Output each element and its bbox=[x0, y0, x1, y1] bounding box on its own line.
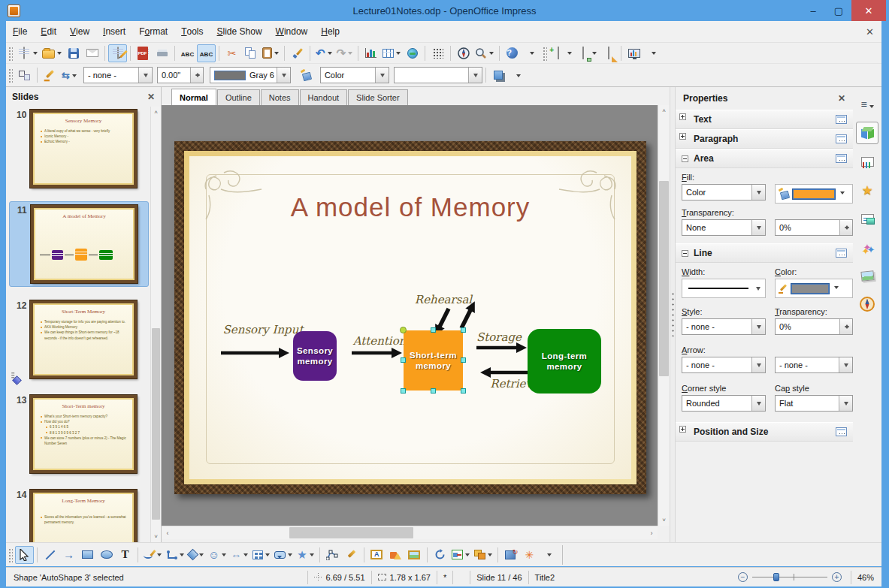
label-storage[interactable]: Storage bbox=[469, 330, 529, 344]
email-button[interactable] bbox=[83, 44, 101, 62]
standard-toolbar-overflow[interactable] bbox=[522, 44, 540, 62]
section-area[interactable]: Area bbox=[676, 149, 853, 168]
document-close-icon[interactable]: ✕ bbox=[866, 26, 874, 38]
area-fill-type-select[interactable]: Color bbox=[682, 184, 766, 201]
zoom-in-button[interactable]: + bbox=[832, 572, 842, 582]
arrow-line-tool[interactable]: → bbox=[59, 546, 78, 564]
section-paragraph[interactable]: Paragraph bbox=[676, 129, 853, 149]
main-vertical-scrollbar[interactable]: ˄ ˅ bbox=[658, 105, 670, 526]
selection-handle[interactable] bbox=[461, 357, 466, 363]
expand-icon[interactable] bbox=[679, 113, 686, 120]
line-color-picker[interactable] bbox=[775, 279, 853, 298]
arrow-begin-select[interactable]: - none - bbox=[682, 357, 766, 373]
redo-button[interactable]: ↷ bbox=[334, 44, 355, 62]
collapse-icon[interactable] bbox=[682, 155, 688, 162]
line-tool[interactable] bbox=[41, 546, 59, 564]
arrow-style-button[interactable]: ⇆ bbox=[59, 66, 79, 84]
section-line[interactable]: Line bbox=[676, 243, 853, 263]
titlebar[interactable]: Lecture01Notes.odp - OpenOffice Impress … bbox=[0, 0, 889, 21]
fill-color-select[interactable] bbox=[394, 67, 482, 83]
area-dialog-launcher-icon[interactable] bbox=[836, 154, 847, 163]
sensory-memory-box[interactable]: Sensory memory bbox=[293, 331, 337, 381]
slide-item-11-selected[interactable]: 11 A model of Memory bbox=[9, 201, 149, 287]
slide-item-13[interactable]: 13 Short-Term memory What's your Short-t… bbox=[9, 392, 149, 476]
line-color-select[interactable]: Gray 6 bbox=[210, 67, 291, 83]
connector-tool[interactable] bbox=[164, 546, 186, 564]
tab-outline[interactable]: Outline bbox=[217, 89, 260, 105]
toolbar-grip[interactable] bbox=[8, 68, 13, 83]
scroll-up-icon[interactable]: ˄ bbox=[151, 107, 161, 118]
spellcheck-button[interactable]: ABC✓ bbox=[178, 44, 197, 62]
drawing-toolbar-overflow[interactable] bbox=[539, 546, 558, 564]
sidebar-tab-custom-animation[interactable]: ★ bbox=[856, 179, 878, 201]
selection-handle[interactable] bbox=[431, 327, 436, 333]
label-rehearsal[interactable]: Rehearsal bbox=[406, 293, 481, 306]
line-dialog-launcher-icon[interactable] bbox=[836, 249, 847, 258]
start-slideshow-button[interactable] bbox=[624, 44, 643, 62]
scroll-down-icon[interactable]: ˅ bbox=[658, 514, 670, 526]
scroll-right-icon[interactable]: › bbox=[646, 526, 658, 539]
sidebar-tab-master-pages[interactable] bbox=[856, 150, 878, 173]
slide-thumbnail[interactable]: A model of Memory bbox=[31, 205, 138, 283]
from-file-tool[interactable] bbox=[405, 546, 424, 564]
sidebar-tab-properties[interactable] bbox=[856, 122, 878, 144]
section-text[interactable]: Text bbox=[676, 110, 853, 129]
glue-points-tool[interactable] bbox=[342, 546, 361, 564]
transparency-value-spinner[interactable]: 0% bbox=[775, 219, 853, 236]
menu-window[interactable]: Window bbox=[269, 23, 315, 40]
rehearsal-down-arrow[interactable] bbox=[440, 309, 449, 327]
selection-handle[interactable] bbox=[461, 388, 466, 394]
area-fill-color-picker[interactable] bbox=[775, 184, 853, 204]
print-button[interactable] bbox=[153, 44, 171, 62]
selection-handle[interactable] bbox=[461, 327, 466, 333]
layout-name[interactable]: Title2 bbox=[535, 573, 555, 582]
section-position-and-size[interactable]: Position and Size bbox=[676, 422, 853, 442]
slides-panel-close-icon[interactable]: ✕ bbox=[147, 92, 155, 102]
copy-button[interactable] bbox=[241, 44, 260, 62]
tab-slide-sorter[interactable]: Slide Sorter bbox=[348, 89, 407, 105]
toolbar-grip[interactable] bbox=[8, 547, 13, 562]
scrollbar-thumb[interactable] bbox=[289, 527, 413, 538]
line-filling-overflow[interactable] bbox=[508, 66, 527, 84]
menu-format[interactable]: Format bbox=[132, 23, 174, 40]
hyperlink-button[interactable] bbox=[403, 44, 422, 62]
tab-notes[interactable]: Notes bbox=[261, 89, 299, 105]
cut-button[interactable]: ✂ bbox=[222, 44, 241, 62]
position-size-button[interactable] bbox=[15, 66, 34, 84]
properties-close-icon[interactable]: ✕ bbox=[838, 93, 845, 104]
expand-icon[interactable] bbox=[679, 426, 686, 433]
slide-item-10[interactable]: 10 Sensory Memory A literal copy of what… bbox=[9, 107, 149, 191]
block-arrows-tool[interactable]: ⇔ bbox=[228, 546, 250, 564]
slide-canvas[interactable]: A model of Memory bbox=[174, 141, 646, 494]
callouts-tool[interactable] bbox=[272, 546, 295, 564]
stars-tool[interactable]: ★ bbox=[295, 546, 316, 564]
sidebar-splitter[interactable] bbox=[670, 87, 676, 542]
scrollbar-thumb[interactable] bbox=[659, 181, 669, 376]
zoom-percent[interactable]: 46% bbox=[857, 573, 874, 582]
shapes-gallery-tool[interactable] bbox=[386, 546, 405, 564]
slide-thumbnail[interactable]: Short-Term memory What's your Short-term… bbox=[30, 395, 137, 473]
slide-thumbnail[interactable]: Short-Term Memory Temporary storage for … bbox=[30, 300, 137, 378]
open-button[interactable] bbox=[40, 44, 64, 62]
new-document-button[interactable] bbox=[15, 44, 40, 62]
scroll-down-icon[interactable]: ˅ bbox=[151, 531, 161, 542]
format-paintbrush-button[interactable] bbox=[288, 44, 307, 62]
tab-normal[interactable]: Normal bbox=[171, 89, 216, 105]
export-pdf-button[interactable]: PDF bbox=[134, 44, 153, 62]
slide-item-12[interactable]: 12 Short-Term Memory Temporary storage f… bbox=[9, 297, 149, 381]
menu-help[interactable]: Help bbox=[314, 23, 346, 40]
selection-handle[interactable] bbox=[400, 327, 407, 333]
main-horizontal-scrollbar[interactable]: ‹ › bbox=[162, 526, 658, 539]
insert-table-button[interactable] bbox=[380, 44, 403, 62]
curve-tool[interactable] bbox=[141, 546, 164, 564]
text-dialog-launcher-icon[interactable] bbox=[836, 115, 847, 124]
shadow-button[interactable] bbox=[489, 66, 508, 84]
arrange-tool[interactable] bbox=[472, 546, 494, 564]
corner-style-select[interactable]: Rounded bbox=[682, 395, 766, 412]
tab-handout[interactable]: Handout bbox=[300, 89, 348, 105]
slide-thumbnail[interactable]: Long-Term Memory Stores all the informat… bbox=[30, 490, 137, 542]
dropdown-icon[interactable] bbox=[840, 191, 845, 197]
save-button[interactable] bbox=[64, 44, 83, 62]
slide-design-button[interactable] bbox=[599, 44, 618, 62]
alignment-tool[interactable] bbox=[449, 546, 472, 564]
